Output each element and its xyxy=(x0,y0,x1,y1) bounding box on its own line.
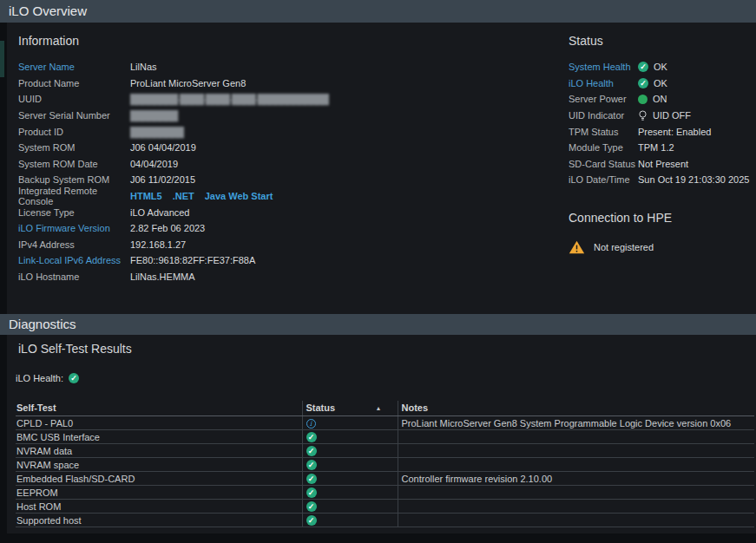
ilo-health-value: OK xyxy=(654,78,667,88)
info-row-ipv4: IPv4 Address 192.168.1.27 xyxy=(18,237,556,253)
column-header-notes[interactable]: Notes xyxy=(398,401,754,416)
selftest-name: BMC USB Interface xyxy=(16,430,302,444)
server-name-value: LilNas xyxy=(130,62,157,72)
ilo-datetime-label: iLO Date/Time xyxy=(569,174,638,185)
table-header-row: Self-Test Status Notes xyxy=(16,401,754,416)
information-section: Information Server Name LilNas Product N… xyxy=(18,34,556,285)
ipv4-label: IPv4 Address xyxy=(18,239,130,250)
ilo-health-summary: iLO Health: xyxy=(16,373,79,383)
sort-asc-icon xyxy=(376,405,382,411)
selftest-status xyxy=(302,416,398,430)
system-rom-value: J06 04/04/2019 xyxy=(130,142,196,153)
ok-check-icon xyxy=(638,78,648,88)
ok-check-icon xyxy=(638,62,648,72)
serial-number-label: Server Serial Number xyxy=(18,110,130,121)
dotnet-console-link[interactable]: .NET xyxy=(173,191,194,201)
info-row-license-type: License Type iLO Advanced xyxy=(18,204,556,220)
serial-number-value-redacted: ████████ xyxy=(130,110,177,121)
connection-message: Not registered xyxy=(594,242,654,252)
selftest-name: EEPROM xyxy=(16,486,302,500)
backup-rom-value: J06 11/02/2015 xyxy=(130,174,195,185)
info-row-serial-number: Server Serial Number ████████ xyxy=(18,108,556,124)
server-power-value: ON xyxy=(653,94,667,104)
table-row-bmc-usb: BMC USB Interface xyxy=(16,430,754,444)
info-row-system-rom-date: System ROM Date 04/04/2019 xyxy=(18,156,556,173)
power-on-icon xyxy=(638,95,648,104)
information-heading: Information xyxy=(18,34,556,48)
ok-check-icon xyxy=(306,432,317,442)
selftest-name: NVRAM space xyxy=(16,458,302,472)
backup-rom-label: Backup System ROM xyxy=(18,174,130,185)
product-name-label: Product Name xyxy=(18,78,130,88)
ipv4-value: 192.168.1.27 xyxy=(130,239,186,250)
info-row-uuid: UUID ████████-████-████-████-███████████… xyxy=(18,91,556,108)
system-health-link[interactable]: System Health xyxy=(569,62,638,72)
page-title: iLO Overview xyxy=(9,3,87,18)
selftest-name: Embedded Flash/SD-CARD xyxy=(16,472,302,486)
status-column-label: Status xyxy=(306,402,336,413)
ok-check-icon xyxy=(306,515,317,526)
ok-check-icon xyxy=(306,487,317,498)
selftest-notes xyxy=(398,444,754,458)
info-icon xyxy=(306,419,316,429)
selftest-notes xyxy=(398,514,754,527)
hostname-label: iLO Hostname xyxy=(18,272,130,282)
tpm-status-label: TPM Status xyxy=(569,127,638,137)
ilo-health-link[interactable]: iLO Health xyxy=(569,78,638,88)
info-row-product-id: Product ID █████████ xyxy=(18,123,556,140)
diagnostics-panel: iLO Self-Test Results iLO Health: Self-T… xyxy=(7,335,756,533)
firmware-version-value: 2.82 Feb 06 2023 xyxy=(130,223,205,233)
uid-bulb-icon xyxy=(638,110,648,121)
selftest-status xyxy=(302,486,398,500)
selftest-notes: ProLiant MicroServer Gen8 System Program… xyxy=(398,416,754,430)
selftest-notes: Controller firmware revision 2.10.00 xyxy=(398,472,754,486)
info-row-hostname: iLO Hostname LilNas.HEMMA xyxy=(18,269,556,285)
selftest-notes xyxy=(398,500,754,514)
server-name-link[interactable]: Server Name xyxy=(18,62,130,72)
firmware-version-link[interactable]: iLO Firmware Version xyxy=(18,223,130,233)
info-row-firmware-version: iLO Firmware Version 2.82 Feb 06 2023 xyxy=(18,220,556,237)
selftest-notes xyxy=(398,486,754,500)
information-rows: Server Name LilNas Product Name ProLiant… xyxy=(18,59,556,285)
server-power-label: Server Power xyxy=(569,94,638,104)
info-row-server-name: Server Name LilNas xyxy=(18,59,556,75)
java-webstart-console-link[interactable]: Java Web Start xyxy=(205,191,273,201)
selftest-status xyxy=(302,514,398,527)
status-row-ilo-health: iLO Health OK xyxy=(569,75,756,92)
system-rom-date-label: System ROM Date xyxy=(18,159,130,169)
table-row-host-rom: Host ROM xyxy=(16,500,754,514)
selftest-notes xyxy=(398,430,754,444)
table-row-embedded-flash: Embedded Flash/SD-CARD Controller firmwa… xyxy=(16,472,754,486)
uid-indicator-label: UID Indicator xyxy=(569,110,638,121)
html5-console-link[interactable]: HTML5 xyxy=(130,191,162,201)
selftest-notes xyxy=(398,458,754,472)
connection-status-row: Not registered xyxy=(569,240,756,254)
overview-panel: Information Server Name LilNas Product N… xyxy=(7,23,756,314)
ilo-datetime-value: Sun Oct 19 21:03:30 2025 xyxy=(638,174,749,185)
system-health-value: OK xyxy=(654,62,667,72)
self-test-heading: iLO Self-Test Results xyxy=(18,342,132,356)
status-row-sdcard-status: SD-Card Status Not Present xyxy=(569,156,756,173)
ok-check-icon xyxy=(306,460,317,470)
column-header-status[interactable]: Status xyxy=(302,401,398,416)
ipv6-link[interactable]: Link-Local IPv6 Address xyxy=(18,255,130,265)
system-rom-label: System ROM xyxy=(18,142,130,153)
ok-check-icon xyxy=(69,373,79,383)
selftest-status xyxy=(302,444,398,458)
selftest-name: CPLD - PAL0 xyxy=(16,416,302,430)
column-header-selftest[interactable]: Self-Test xyxy=(16,401,302,416)
product-name-value: ProLiant MicroServer Gen8 xyxy=(130,78,246,88)
status-row-module-type: Module Type TPM 1.2 xyxy=(569,140,756,156)
sdcard-status-label: SD-Card Status xyxy=(569,159,638,169)
status-rows: System Health OK iLO Health OK Server Po… xyxy=(569,59,756,188)
warning-icon xyxy=(569,240,585,254)
self-test-table: Self-Test Status Notes CPLD - PAL0 ProLi… xyxy=(16,401,754,527)
ok-check-icon xyxy=(306,501,317,512)
module-type-label: Module Type xyxy=(569,142,638,153)
selftest-status xyxy=(302,458,398,472)
tpm-status-value: Present: Enabled xyxy=(638,127,711,137)
module-type-value: TPM 1.2 xyxy=(638,142,674,153)
diagnostics-title-bar: Diagnostics xyxy=(0,314,756,335)
remote-console-links: HTML5 .NET Java Web Start xyxy=(130,191,273,201)
table-row-supported-host: Supported host xyxy=(16,514,754,527)
